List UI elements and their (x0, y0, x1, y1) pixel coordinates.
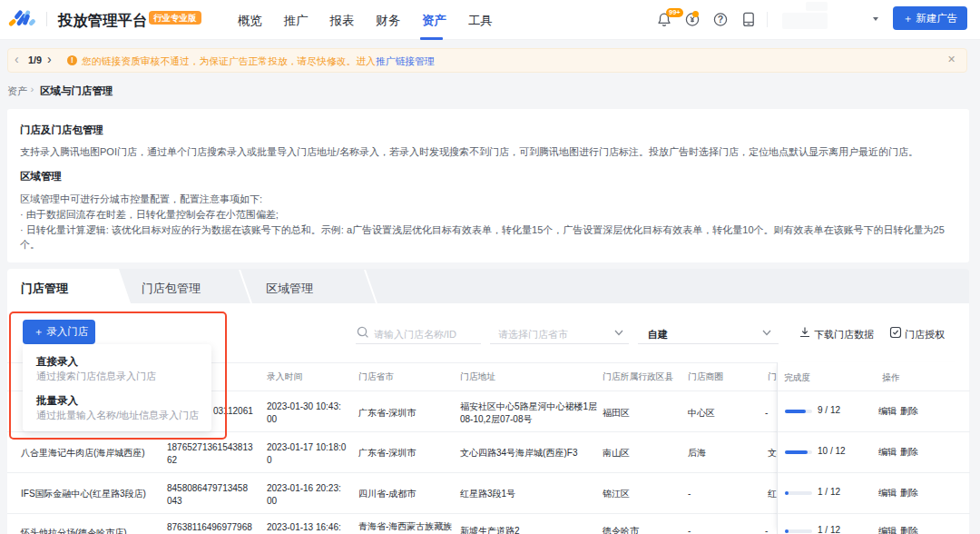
svg-text:?: ? (718, 14, 723, 25)
